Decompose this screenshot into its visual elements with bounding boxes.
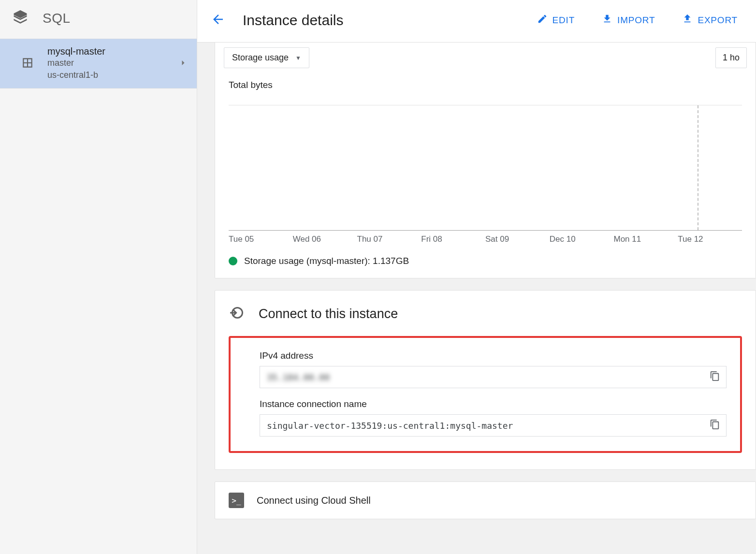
edit-label: EDIT [552, 15, 575, 26]
main: Instance details EDIT IMPORT EXPORT St [197, 0, 756, 554]
copy-ipv4-button[interactable] [708, 369, 722, 385]
x-tick: Sat 09 [485, 234, 550, 244]
metric-dropdown[interactable]: Storage usage ▼ [224, 47, 309, 68]
edit-button[interactable]: EDIT [532, 11, 580, 29]
chart-legend: Storage usage (mysql-master): 1.137GB [215, 244, 756, 266]
topbar: Instance details EDIT IMPORT EXPORT [197, 0, 756, 43]
content: Storage usage ▼ 1 ho Total bytes Tue 05 … [197, 43, 756, 554]
connect-icon [229, 304, 246, 323]
export-label: EXPORT [698, 15, 738, 26]
chart-cursor-line [698, 105, 698, 230]
sidebar-instance-item[interactable]: mysql-master master us-central1-b [0, 39, 197, 88]
conn-name-field: singular-vector-135519:us-central1:mysql… [260, 414, 727, 437]
instance-role: master [47, 57, 165, 69]
caret-down-icon: ▼ [295, 55, 301, 61]
import-button[interactable]: IMPORT [597, 11, 660, 29]
x-tick: Thu 07 [357, 234, 422, 244]
connect-title: Connect to this instance [259, 306, 398, 321]
cloud-shell-label: Connect using Cloud Shell [257, 495, 371, 506]
export-icon [682, 14, 693, 27]
database-icon [21, 57, 34, 71]
chart-plot-area[interactable] [229, 105, 742, 231]
chart-y-label: Total bytes [215, 73, 756, 90]
legend-color-dot [229, 257, 237, 265]
back-button[interactable] [211, 12, 225, 29]
x-tick: Mon 11 [614, 234, 678, 244]
pencil-icon [537, 14, 548, 27]
chart-x-axis: Tue 05 Wed 06 Thu 07 Fri 08 Sat 09 Dec 1… [215, 231, 756, 244]
chart-toolbar: Storage usage ▼ 1 ho [215, 43, 756, 73]
instance-zone: us-central1-b [47, 69, 165, 81]
ipv4-field: 35.184.00.00 [260, 366, 727, 388]
instance-text: mysql-master master us-central1-b [47, 46, 165, 81]
import-label: IMPORT [617, 15, 655, 26]
sql-product-icon [12, 9, 29, 28]
legend-text: Storage usage (mysql-master): 1.137GB [244, 256, 409, 266]
cloud-shell-icon: >_ [229, 493, 244, 508]
sidebar: SQL mysql-master master us-central1-b [0, 0, 197, 554]
x-tick: Wed 06 [293, 234, 357, 244]
conn-name-value[interactable]: singular-vector-135519:us-central1:mysql… [267, 421, 708, 431]
connection-details-highlight: IPv4 address 35.184.00.00 Instance conne… [229, 336, 742, 453]
export-button[interactable]: EXPORT [677, 11, 742, 29]
chevron-right-icon [178, 58, 188, 70]
product-title: SQL [43, 11, 71, 26]
instance-name: mysql-master [47, 46, 165, 57]
cloud-shell-card[interactable]: >_ Connect using Cloud Shell [215, 481, 756, 519]
page-title: Instance details [243, 12, 343, 29]
connect-card: Connect to this instance IPv4 address 35… [215, 290, 756, 470]
x-tick: Fri 08 [421, 234, 485, 244]
sidebar-header: SQL [0, 0, 197, 39]
time-range-label: 1 ho [723, 53, 740, 62]
x-tick: Tue 12 [678, 234, 742, 244]
copy-conn-name-button[interactable] [708, 417, 722, 434]
conn-name-label: Instance connection name [260, 399, 727, 409]
metric-dropdown-label: Storage usage [232, 53, 289, 63]
time-range-dropdown[interactable]: 1 ho [715, 47, 747, 68]
import-icon [602, 14, 612, 27]
x-tick: Tue 05 [229, 234, 293, 244]
ipv4-value[interactable]: 35.184.00.00 [267, 372, 708, 382]
chart-card: Storage usage ▼ 1 ho Total bytes Tue 05 … [215, 43, 756, 278]
connect-header: Connect to this instance [229, 304, 742, 323]
x-tick: Dec 10 [550, 234, 614, 244]
ipv4-label: IPv4 address [260, 350, 727, 361]
